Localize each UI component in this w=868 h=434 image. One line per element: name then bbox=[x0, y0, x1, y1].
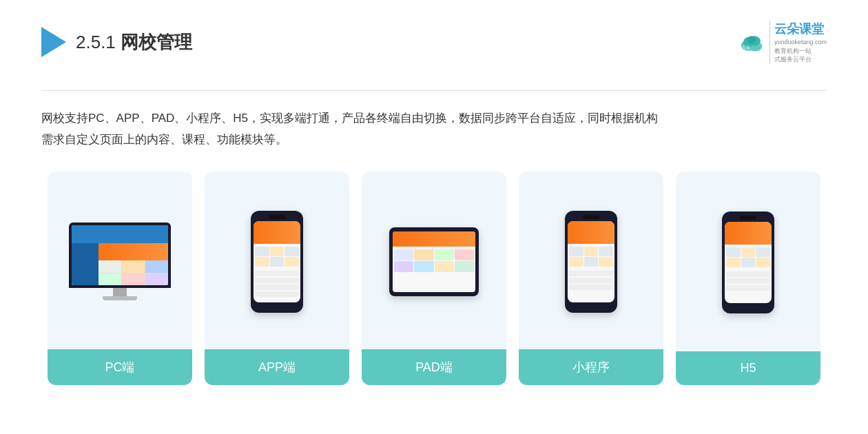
cards-section: PC端 bbox=[41, 172, 827, 385]
card-pad: PAD端 bbox=[362, 172, 506, 385]
description: 网校支持PC、APP、PAD、小程序、H5，实现多端打通，产品各终端自由切换，数… bbox=[41, 107, 827, 151]
pc-image-area bbox=[48, 172, 192, 349]
screen-grid bbox=[99, 260, 168, 286]
monitor-base bbox=[103, 296, 137, 300]
miniapp-image-area bbox=[519, 172, 663, 349]
card-pc: PC端 bbox=[48, 172, 192, 385]
h5-image-area bbox=[676, 172, 820, 351]
card-label-h5: H5 bbox=[676, 351, 820, 385]
phone-mock-miniapp bbox=[565, 211, 617, 313]
cloud-icon: 云朵 bbox=[738, 28, 765, 56]
monitor-screen bbox=[72, 225, 168, 285]
phone-body-app bbox=[251, 211, 303, 313]
pc-mock bbox=[69, 223, 171, 300]
phone-notch-app bbox=[269, 215, 285, 219]
phone-screen-h5 bbox=[725, 222, 772, 303]
header: 2.5.1 网校管理 云朵 云朵课堂 yunduoketang.com 教育机构… bbox=[41, 21, 827, 71]
screen-sidebar bbox=[72, 243, 99, 285]
header-divider bbox=[41, 90, 827, 91]
card-label-miniapp: 小程序 bbox=[519, 349, 663, 385]
card-h5: H5 bbox=[676, 172, 820, 385]
monitor-body bbox=[69, 223, 171, 288]
tablet-screen bbox=[393, 231, 475, 292]
phone-mock-app bbox=[251, 211, 303, 313]
tablet-body bbox=[389, 227, 479, 296]
card-label-app: APP端 bbox=[205, 349, 349, 385]
card-app: APP端 bbox=[205, 172, 349, 385]
phone-mock-h5 bbox=[722, 211, 774, 313]
screen-banner bbox=[99, 243, 168, 261]
svg-text:云朵: 云朵 bbox=[742, 45, 750, 50]
svg-point-4 bbox=[747, 37, 756, 44]
logo-triangle-icon bbox=[41, 27, 66, 57]
card-label-pad: PAD端 bbox=[362, 349, 506, 385]
monitor-neck bbox=[113, 288, 127, 296]
card-label-pc: PC端 bbox=[48, 349, 192, 385]
page-title: 2.5.1 网校管理 bbox=[76, 30, 192, 54]
brand-logo: 云朵 云朵课堂 yunduoketang.com 教育机构一站 式服务云平台 bbox=[738, 21, 827, 64]
card-miniapp: 小程序 bbox=[519, 172, 663, 385]
phone-notch-miniapp bbox=[583, 215, 599, 219]
phone-screen-miniapp bbox=[568, 221, 614, 302]
phone-body-h5 bbox=[722, 211, 774, 313]
brand-text: 云朵课堂 yunduoketang.com 教育机构一站 式服务云平台 bbox=[769, 21, 827, 64]
app-image-area bbox=[205, 172, 349, 349]
phone-screen-app bbox=[254, 221, 300, 302]
pad-image-area bbox=[362, 172, 506, 349]
header-left: 2.5.1 网校管理 bbox=[41, 27, 192, 57]
tablet-mock bbox=[389, 227, 479, 296]
phone-body-miniapp bbox=[565, 211, 617, 313]
phone-notch-h5 bbox=[740, 216, 756, 220]
screen-content bbox=[72, 225, 168, 285]
page-container: 2.5.1 网校管理 云朵 云朵课堂 yunduoketang.com 教育机构… bbox=[0, 0, 868, 434]
